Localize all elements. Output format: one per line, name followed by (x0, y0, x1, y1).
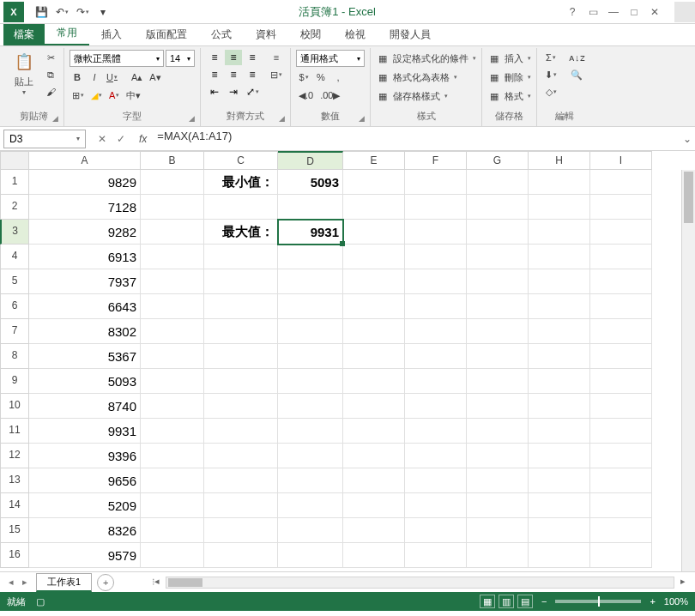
format-as-table-button[interactable]: ▦格式化為表格 (376, 69, 457, 86)
tab-formulas[interactable]: 公式 (199, 24, 244, 45)
cell-E6[interactable] (343, 294, 405, 319)
column-header-H[interactable]: H (529, 151, 590, 170)
sort-filter-button[interactable]: ᴀ↓ᴢ (566, 50, 588, 65)
zoom-slider[interactable] (555, 600, 641, 603)
vertical-scrollbar[interactable] (681, 170, 695, 571)
cell-F16[interactable] (405, 543, 467, 568)
fill-color-button[interactable]: ◢ (88, 88, 105, 103)
cell-F9[interactable] (405, 369, 467, 394)
number-launcher[interactable]: ◢ (359, 114, 365, 123)
cut-button[interactable]: ✂ (43, 50, 58, 65)
autosum-button[interactable]: Σ (542, 50, 559, 65)
cell-H4[interactable] (529, 245, 590, 269)
format-painter-button[interactable]: 🖌 (43, 84, 58, 100)
cell-I4[interactable] (590, 245, 652, 269)
increase-decimal-button[interactable]: ◀.0 (296, 88, 316, 103)
cell-B5[interactable] (141, 269, 204, 294)
cell-I12[interactable] (590, 444, 652, 468)
macro-record-icon[interactable]: ▢ (36, 596, 45, 607)
sheet-tab[interactable]: 工作表1 (36, 573, 92, 592)
fill-button[interactable]: ⬇ (542, 67, 559, 82)
column-header-F[interactable]: F (405, 151, 467, 170)
column-header-B[interactable]: B (141, 151, 204, 170)
fx-icon[interactable]: fx (134, 133, 152, 145)
cell-I10[interactable] (590, 394, 652, 419)
cell-A8[interactable]: 5367 (29, 344, 141, 369)
redo-button[interactable]: ↷ (74, 3, 91, 21)
cell-H5[interactable] (529, 269, 590, 294)
cell-B7[interactable] (141, 319, 204, 344)
cell-D9[interactable] (278, 369, 343, 394)
orientation-button[interactable]: ⤢ (244, 84, 261, 100)
cell-B1[interactable] (141, 170, 204, 195)
cell-A5[interactable]: 7937 (29, 269, 141, 294)
cell-I1[interactable] (590, 170, 652, 195)
bold-button[interactable]: B (70, 69, 85, 85)
cell-D14[interactable] (278, 493, 343, 518)
row-header-16[interactable]: 16 (0, 543, 29, 568)
cell-D11[interactable] (278, 419, 343, 444)
row-header-4[interactable]: 4 (0, 245, 29, 269)
cell-G14[interactable] (467, 493, 529, 518)
cell-D12[interactable] (278, 444, 343, 468)
cell-I16[interactable] (590, 543, 652, 568)
cell-E14[interactable] (343, 493, 405, 518)
cell-C3[interactable]: 最大值： (204, 220, 278, 245)
cell-D6[interactable] (278, 294, 343, 319)
cell-I11[interactable] (590, 419, 652, 444)
column-header-I[interactable]: I (590, 151, 652, 170)
underline-button[interactable]: U (104, 69, 120, 85)
worksheet-grid[interactable]: ABCDEFGHI 19829最小值：50932712839282最大值：993… (0, 151, 695, 571)
comma-button[interactable]: , (330, 69, 346, 85)
cell-C1[interactable]: 最小值： (204, 170, 278, 195)
font-launcher[interactable]: ◢ (189, 114, 195, 123)
cell-C7[interactable] (204, 319, 278, 344)
cell-G13[interactable] (467, 468, 529, 493)
decrease-decimal-button[interactable]: .00▶ (317, 88, 342, 103)
format-cells-button[interactable]: ▦格式 (487, 88, 531, 105)
cell-C9[interactable] (204, 369, 278, 394)
conditional-format-button[interactable]: ▦設定格式化的條件 (376, 50, 476, 67)
cell-H2[interactable] (529, 195, 590, 220)
cell-G16[interactable] (467, 543, 529, 568)
cell-E10[interactable] (343, 394, 405, 419)
cell-E4[interactable] (343, 245, 405, 269)
cell-G15[interactable] (467, 518, 529, 543)
cell-F13[interactable] (405, 468, 467, 493)
tab-home[interactable]: 常用 (45, 22, 89, 45)
cell-A10[interactable]: 8740 (29, 394, 141, 419)
cell-H13[interactable] (529, 468, 590, 493)
cell-B15[interactable] (141, 518, 204, 543)
cell-C10[interactable] (204, 394, 278, 419)
cell-I6[interactable] (590, 294, 652, 319)
cell-C15[interactable] (204, 518, 278, 543)
cell-E13[interactable] (343, 468, 405, 493)
shrink-font-button[interactable]: A▾ (147, 69, 163, 85)
cell-E9[interactable] (343, 369, 405, 394)
sheet-nav-first[interactable]: ◂ (5, 577, 17, 588)
cell-F1[interactable] (405, 170, 467, 195)
row-header-7[interactable]: 7 (0, 319, 29, 344)
cell-E12[interactable] (343, 444, 405, 468)
cell-F3[interactable] (405, 220, 467, 245)
align-launcher[interactable]: ◢ (279, 114, 285, 123)
cell-G5[interactable] (467, 269, 529, 294)
cell-H3[interactable] (529, 220, 590, 245)
row-header-13[interactable]: 13 (0, 468, 29, 493)
cell-C8[interactable] (204, 344, 278, 369)
paste-button[interactable]: 📋 貼上 ▾ (9, 50, 39, 96)
cell-B3[interactable] (141, 220, 204, 245)
font-size-select[interactable]: 14▾ (166, 50, 195, 67)
tab-layout[interactable]: 版面配置 (134, 24, 199, 45)
number-format-select[interactable]: 通用格式▾ (296, 50, 365, 67)
cell-B11[interactable] (141, 419, 204, 444)
align-center-button[interactable]: ≡ (225, 67, 242, 82)
cell-A14[interactable]: 5209 (29, 493, 141, 518)
cell-E11[interactable] (343, 419, 405, 444)
cell-A11[interactable]: 9931 (29, 419, 141, 444)
row-header-14[interactable]: 14 (0, 493, 29, 518)
cell-F14[interactable] (405, 493, 467, 518)
cell-E5[interactable] (343, 269, 405, 294)
cell-A9[interactable]: 5093 (29, 369, 141, 394)
hscroll-thumb[interactable] (168, 578, 202, 587)
